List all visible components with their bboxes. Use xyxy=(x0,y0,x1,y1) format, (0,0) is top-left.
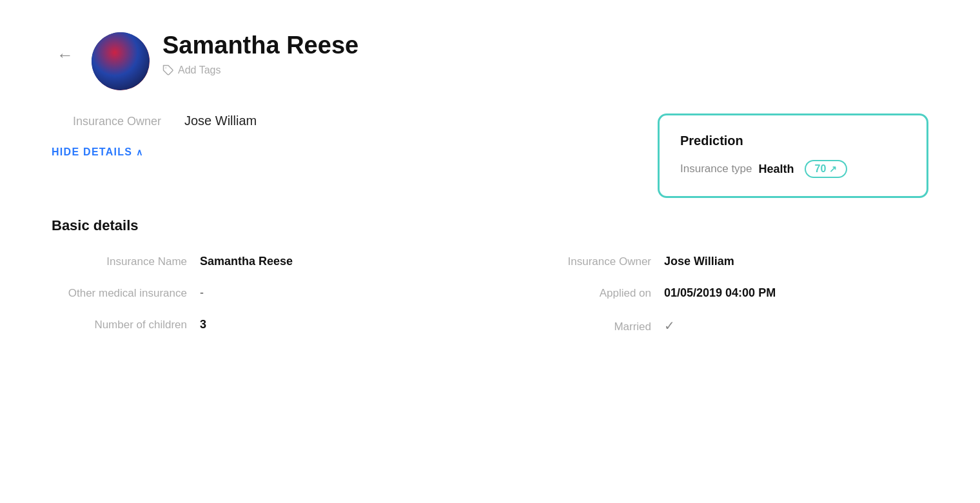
trend-up-icon: ↗ xyxy=(829,164,837,174)
detail-row-children: Number of children 3 xyxy=(52,318,464,331)
married-checkmark-icon: ✓ xyxy=(664,318,675,333)
insurance-owner-value: Jose William xyxy=(184,113,257,128)
detail-row-married: Married ✓ xyxy=(516,318,928,333)
avatar xyxy=(92,32,150,90)
main-row: Insurance Owner Jose William HIDE DETAIL… xyxy=(52,113,928,198)
detail-label-applied-on: Applied on xyxy=(516,287,651,300)
hide-details-button[interactable]: HIDE DETAILS ∧ xyxy=(52,146,144,158)
detail-row-other-medical: Other medical insurance - xyxy=(52,286,464,300)
detail-label-married: Married xyxy=(516,321,651,333)
prediction-score: 70 xyxy=(815,163,827,175)
back-button[interactable]: ← xyxy=(52,45,79,65)
chevron-up-icon: ∧ xyxy=(136,147,143,157)
detail-label-other-medical: Other medical insurance xyxy=(52,287,187,300)
insurance-type-value: Health xyxy=(759,163,794,176)
detail-value-children: 3 xyxy=(200,318,206,331)
add-tags-label: Add Tags xyxy=(178,64,220,76)
details-col-1: Insurance Name Samantha Reese Other medi… xyxy=(52,255,464,351)
prediction-row: Insurance type Health 70 ↗ xyxy=(680,160,906,178)
detail-value-owner: Jose William xyxy=(664,255,734,268)
insurance-owner-label: Insurance Owner xyxy=(52,115,161,128)
detail-label-insurance-name: Insurance Name xyxy=(52,255,187,268)
detail-value-other-medical: - xyxy=(200,286,204,300)
insurance-owner-row: Insurance Owner Jose William xyxy=(52,113,619,128)
detail-row-applied-on: Applied on 01/05/2019 04:00 PM xyxy=(516,286,928,300)
detail-value-applied-on: 01/05/2019 04:00 PM xyxy=(664,286,776,300)
prediction-card: Prediction Insurance type Health 70 ↗ xyxy=(658,113,928,198)
left-panel: Insurance Owner Jose William HIDE DETAIL… xyxy=(52,113,619,184)
detail-row-insurance-name: Insurance Name Samantha Reese xyxy=(52,255,464,268)
detail-label-children: Number of children xyxy=(52,319,187,331)
page: ← Samantha Reese Add Tags Insurance Owne… xyxy=(0,0,980,503)
details-col-2: Insurance Owner Jose William Applied on … xyxy=(516,255,928,351)
add-tags-button[interactable]: Add Tags xyxy=(162,64,358,76)
header-text: Samantha Reese Add Tags xyxy=(162,31,358,76)
insurance-type-label: Insurance type xyxy=(680,163,752,175)
detail-row-owner: Insurance Owner Jose William xyxy=(516,255,928,268)
right-panel: Prediction Insurance type Health 70 ↗ xyxy=(658,113,928,198)
header: ← Samantha Reese Add Tags xyxy=(52,26,928,90)
person-name: Samantha Reese xyxy=(162,31,358,61)
tag-icon xyxy=(162,64,174,76)
basic-details-title: Basic details xyxy=(52,217,928,234)
detail-value-insurance-name: Samantha Reese xyxy=(200,255,293,268)
details-grid: Insurance Name Samantha Reese Other medi… xyxy=(52,255,928,351)
prediction-title: Prediction xyxy=(680,133,906,148)
prediction-score-badge: 70 ↗ xyxy=(805,160,848,178)
detail-label-owner: Insurance Owner xyxy=(516,255,651,268)
basic-details-section: Basic details Insurance Name Samantha Re… xyxy=(52,217,928,351)
hide-details-label: HIDE DETAILS xyxy=(52,146,132,158)
